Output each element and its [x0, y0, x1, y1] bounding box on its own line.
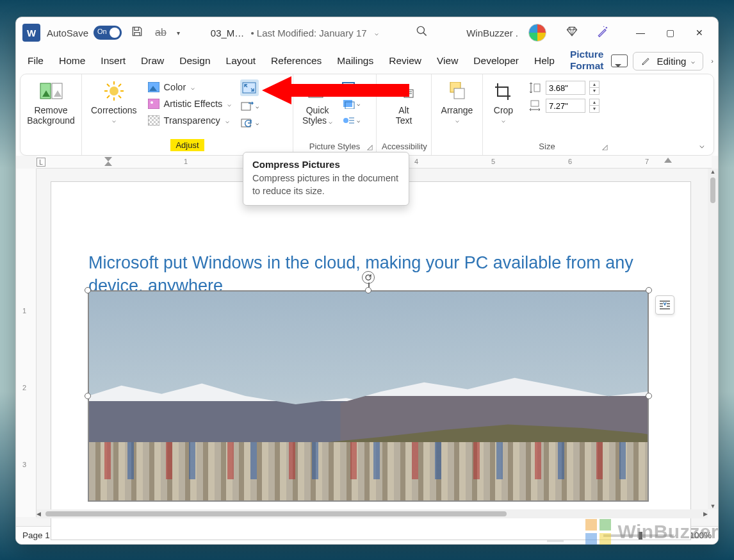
- resize-handle-n[interactable]: [365, 287, 371, 293]
- change-picture-button[interactable]: ⌵: [240, 100, 259, 113]
- scroll-right-icon[interactable]: ▶: [703, 511, 708, 517]
- minimize-button[interactable]: —: [626, 21, 655, 44]
- save-icon[interactable]: [128, 25, 146, 41]
- transparency-button[interactable]: Transparency⌵: [147, 113, 232, 128]
- ruler-vertical[interactable]: 1 2 3: [16, 169, 37, 517]
- tab-mailings[interactable]: Mailings: [329, 50, 381, 72]
- tab-developer[interactable]: Developer: [466, 50, 526, 72]
- title-dropdown-icon[interactable]: ⌵: [375, 29, 379, 37]
- resize-handle-ne[interactable]: [646, 287, 652, 293]
- close-button[interactable]: ✕: [685, 21, 714, 44]
- height-control[interactable]: ▴▾: [528, 81, 599, 95]
- width-input[interactable]: [546, 99, 585, 113]
- qat-more-icon[interactable]: ▾: [175, 29, 181, 37]
- remove-bg-l2: Background: [27, 115, 75, 126]
- ruler-mark: 7: [645, 158, 649, 165]
- user-name[interactable]: WinBuzzer .: [466, 28, 518, 38]
- tab-insert[interactable]: Insert: [93, 50, 133, 72]
- picture-styles-dialog-icon[interactable]: ◿: [367, 143, 372, 151]
- diamond-icon[interactable]: [562, 22, 582, 44]
- compress-pictures-button[interactable]: [240, 79, 259, 96]
- title-actions: [562, 22, 613, 44]
- right-indent-icon[interactable]: [664, 157, 672, 164]
- tab-selector[interactable]: L: [37, 158, 45, 167]
- width-control[interactable]: ▴▾: [528, 99, 599, 113]
- scroll-thumb-v[interactable]: [710, 177, 715, 203]
- tab-layout[interactable]: Layout: [218, 50, 264, 72]
- search-icon[interactable]: [409, 25, 434, 40]
- tab-file[interactable]: File: [20, 50, 51, 72]
- scroll-thumb-h[interactable]: [45, 511, 507, 516]
- editing-mode-button[interactable]: Editing ⌵: [633, 52, 703, 70]
- autosave-toggle[interactable]: On: [94, 26, 122, 40]
- scroll-down-icon[interactable]: ▼: [710, 503, 716, 509]
- height-spinner[interactable]: ▴▾: [589, 81, 599, 95]
- tab-home[interactable]: Home: [51, 50, 93, 72]
- quick-styles-l2: Styles: [302, 115, 327, 126]
- comments-icon[interactable]: [611, 54, 628, 67]
- tab-draw[interactable]: Draw: [133, 50, 172, 72]
- color-button[interactable]: Color⌵: [147, 79, 232, 95]
- artistic-label: Artistic Effects: [164, 99, 223, 109]
- corrections-button[interactable]: Corrections ⌵: [87, 78, 141, 125]
- remove-background-button[interactable]: Remove Background: [26, 78, 76, 127]
- layout-options-button[interactable]: [655, 295, 674, 315]
- size-dialog-icon[interactable]: ◿: [602, 143, 607, 151]
- resize-handle-nw[interactable]: [85, 287, 91, 293]
- remove-background-icon: [40, 79, 63, 103]
- width-spinner[interactable]: ▴▾: [589, 99, 599, 113]
- ruler-mark: 6: [568, 158, 572, 165]
- zoom-knob[interactable]: [639, 532, 642, 539]
- selected-image[interactable]: [88, 290, 649, 502]
- rotate-handle[interactable]: [362, 271, 375, 284]
- crop-button[interactable]: Crop ⌵: [488, 78, 519, 125]
- tooltip-title: Compress Pictures: [252, 159, 400, 170]
- color-label: Color: [164, 82, 186, 92]
- arrange-button[interactable]: Arrange ⌵: [437, 78, 477, 125]
- wand-icon[interactable]: [592, 22, 613, 44]
- alt-text-button[interactable]: Alt Text: [382, 78, 426, 127]
- tab-design[interactable]: Design: [172, 50, 218, 72]
- document-area: L 1 2 3 4 5 6 7 1 2 3 Microsoft put Wind…: [16, 156, 718, 526]
- reset-picture-button[interactable]: ⌵: [240, 117, 259, 129]
- autosave-control[interactable]: AutoSave On: [47, 26, 122, 40]
- picture-layout-button[interactable]: ⌵: [341, 114, 360, 127]
- svg-point-31: [343, 118, 348, 123]
- chevron-down-icon: ⌵: [112, 117, 116, 124]
- tab-help[interactable]: Help: [526, 50, 562, 72]
- first-line-indent-icon[interactable]: [104, 157, 112, 167]
- strikethrough-quick-icon[interactable]: ab: [152, 27, 169, 38]
- tab-references[interactable]: References: [263, 50, 329, 72]
- tab-view[interactable]: View: [429, 50, 466, 72]
- svg-rect-28: [343, 83, 354, 92]
- reset-picture-icon: [240, 117, 254, 129]
- last-modified: • Last Modified: January 17: [250, 28, 366, 38]
- scrollbar-horizontal[interactable]: ◀ ▶: [37, 509, 708, 518]
- scroll-up-icon[interactable]: ▲: [710, 169, 716, 175]
- tooltip-compress-pictures: Compress Pictures Compress pictures in t…: [243, 152, 409, 206]
- resize-handle-w[interactable]: [85, 393, 91, 399]
- svg-rect-21: [148, 115, 159, 126]
- scrollbar-vertical[interactable]: ▲ ▼: [708, 169, 718, 509]
- document-name[interactable]: 03_M…: [211, 28, 245, 38]
- ruler-vmark: 3: [22, 461, 26, 468]
- tabs-overflow-icon[interactable]: ›: [708, 57, 716, 65]
- ribbon-picture-format: Remove Background Corrections ⌵: [20, 74, 714, 156]
- quick-styles-button[interactable]: Quick Styles⌵: [298, 78, 336, 127]
- height-input[interactable]: [546, 81, 585, 95]
- zoom-level[interactable]: 100%: [689, 531, 712, 540]
- scroll-left-icon[interactable]: ◀: [37, 511, 41, 517]
- tab-review[interactable]: Review: [381, 50, 429, 72]
- zoom-slider[interactable]: [603, 534, 674, 537]
- ribbon-collapse-icon[interactable]: ⌵: [699, 140, 705, 150]
- picture-effects-icon: [341, 97, 355, 110]
- artistic-effects-button[interactable]: Artistic Effects⌵: [147, 96, 232, 111]
- picture-effects-button[interactable]: ⌵: [341, 97, 360, 110]
- user-avatar[interactable]: [528, 24, 546, 42]
- arrange-label: Arrange: [441, 105, 473, 115]
- maximize-button[interactable]: ▢: [655, 21, 685, 44]
- resize-handle-e[interactable]: [646, 393, 652, 399]
- picture-content[interactable]: [88, 290, 649, 502]
- picture-border-button[interactable]: ⌵: [341, 81, 360, 94]
- editing-label: Editing: [657, 56, 686, 67]
